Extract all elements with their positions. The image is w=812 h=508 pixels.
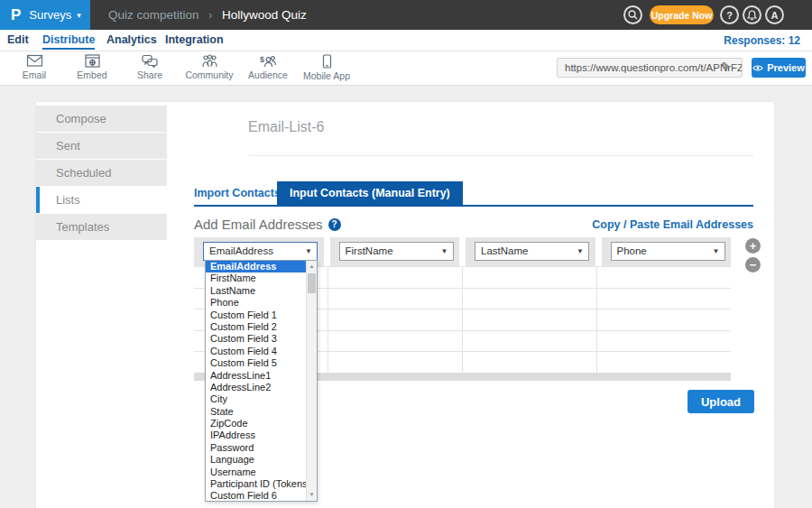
column-select-lastname[interactable]: LastName ▼: [475, 242, 589, 261]
dropdown-option[interactable]: AddressLine1: [206, 370, 306, 382]
community-icon: [201, 54, 218, 68]
email-icon: [26, 54, 43, 68]
sidebar-item-scheduled[interactable]: Scheduled: [36, 160, 167, 186]
nav-item-integration[interactable]: Integration: [165, 30, 224, 50]
bell-icon: [747, 10, 757, 21]
distribute-toolbar: Email Embed Share Community: [0, 51, 812, 86]
toolbar-item-audience[interactable]: $ Audience: [239, 54, 297, 83]
dropdown-option[interactable]: AddressLine2: [206, 382, 306, 393]
dropdown-option[interactable]: Custom Field 2: [206, 321, 306, 333]
dropdown-options: EmailAddress FirstName LastName Phone Cu…: [206, 261, 306, 501]
selected-value: FirstName: [346, 245, 393, 256]
dropdown-option[interactable]: Custom Field 3: [206, 333, 306, 345]
product-switcher[interactable]: P Surveys ▾: [0, 0, 90, 30]
dropdown-option[interactable]: Custom Field 5: [206, 357, 306, 369]
sidebar-item-sent[interactable]: Sent: [36, 133, 167, 159]
notifications-button[interactable]: [743, 5, 761, 24]
contact-cell[interactable]: [462, 289, 596, 309]
dropdown-option[interactable]: FirstName: [206, 272, 306, 284]
scroll-down-icon[interactable]: ▼: [307, 489, 317, 501]
dropdown-option[interactable]: Phone: [206, 297, 306, 309]
sidebar-item-lists[interactable]: Lists: [36, 187, 167, 213]
nav-item-edit[interactable]: Edit: [7, 30, 29, 50]
section-title-text: Add Email Addresses: [194, 217, 323, 232]
toolbar-item-email[interactable]: Email: [5, 54, 63, 83]
contact-cell[interactable]: [462, 352, 596, 373]
responses-count[interactable]: Responses: 12: [724, 30, 800, 51]
column-header-cell: Phone ▼: [595, 237, 732, 266]
chevron-down-icon: ▾: [77, 11, 81, 20]
scrollbar-thumb[interactable]: [308, 273, 316, 293]
tab-underline: [194, 205, 753, 207]
toolbar-item-mobile-app[interactable]: Mobile App: [298, 54, 355, 83]
dropdown-option[interactable]: Custom Field 6: [206, 490, 306, 501]
selected-value: Phone: [617, 245, 647, 256]
contact-cell[interactable]: [462, 267, 596, 288]
dropdown-option[interactable]: LastName: [206, 285, 306, 297]
upgrade-now-button[interactable]: Upgrade Now: [650, 5, 714, 24]
nav-item-analytics[interactable]: Analytics: [106, 30, 157, 50]
contact-cell[interactable]: [462, 309, 596, 330]
copy-paste-email-link[interactable]: Copy / Paste Email Addresses: [592, 218, 753, 231]
dropdown-option[interactable]: City: [206, 393, 306, 405]
dropdown-option[interactable]: Password: [206, 442, 306, 454]
toolbar-item-share[interactable]: Share: [121, 54, 179, 83]
column-header-cell: LastName ▼: [459, 237, 595, 266]
sidebar-item-templates[interactable]: Templates: [36, 214, 167, 240]
dropdown-option[interactable]: Custom Field 1: [206, 309, 306, 321]
survey-url-input[interactable]: https://www.questionpro.com/t/APNrFZ: [557, 58, 743, 78]
contact-cell[interactable]: [596, 352, 731, 373]
dropdown-option[interactable]: Custom Field 4: [206, 346, 306, 357]
add-column-button[interactable]: +: [745, 238, 761, 254]
column-select-firstname[interactable]: FirstName ▼: [339, 242, 454, 261]
contact-cell[interactable]: [328, 331, 462, 352]
dropdown-option[interactable]: Participant ID (Tokens): [206, 478, 306, 490]
dropdown-option[interactable]: Language: [206, 454, 306, 466]
sidebar-item-compose[interactable]: Compose: [36, 106, 167, 132]
toolbar-label: Audience: [248, 69, 288, 80]
preview-button[interactable]: Preview: [752, 58, 806, 78]
survey-nav: Edit Distribute Analytics Integration Re…: [0, 30, 812, 51]
help-badge-icon[interactable]: ?: [328, 218, 341, 231]
scroll-up-icon[interactable]: ▲: [307, 261, 317, 272]
breadcrumb: Quiz competition › Hollywood Quiz: [108, 0, 307, 30]
dropdown-option[interactable]: State: [206, 406, 306, 418]
contact-cell[interactable]: [328, 352, 462, 373]
breadcrumb-parent[interactable]: Quiz competition: [108, 8, 199, 22]
nav-item-distribute[interactable]: Distribute: [42, 30, 95, 50]
upload-button[interactable]: Upload: [687, 390, 754, 413]
dropdown-option[interactable]: ZipCode: [206, 418, 306, 429]
tab-input-contacts-manual[interactable]: Input Contacts (Manual Entry): [277, 181, 463, 206]
column-header-cell: FirstName ▼: [324, 237, 460, 266]
contact-cell[interactable]: [328, 309, 462, 330]
contact-cell[interactable]: [328, 289, 462, 309]
toolbar-item-community[interactable]: Community: [180, 54, 238, 83]
contact-cell[interactable]: [596, 289, 731, 309]
toolbar-label: Email: [23, 69, 46, 80]
list-title: Email-List-6: [248, 119, 324, 135]
product-name: Surveys: [29, 8, 71, 22]
help-button[interactable]: ?: [720, 5, 739, 24]
dropdown-option[interactable]: Username: [206, 466, 306, 478]
toolbar-label: Share: [137, 69, 162, 80]
tab-import-contacts[interactable]: Import Contacts: [194, 182, 281, 205]
remove-column-button[interactable]: −: [745, 257, 761, 272]
selected-value: LastName: [481, 245, 528, 256]
selected-value: EmailAddress: [209, 245, 273, 256]
eye-icon: [752, 64, 763, 72]
dropdown-scrollbar[interactable]: ▲ ▼: [306, 261, 317, 501]
toolbar-item-embed[interactable]: Embed: [63, 54, 121, 83]
contact-cell[interactable]: [328, 267, 462, 288]
account-avatar[interactable]: A: [765, 5, 784, 24]
dropdown-option[interactable]: IPAddress: [206, 429, 306, 441]
contact-cell[interactable]: [596, 267, 731, 288]
edit-url-icon[interactable]: ✎: [721, 60, 731, 73]
search-button[interactable]: [623, 5, 642, 24]
contact-cell[interactable]: [462, 331, 596, 352]
section-title: Add Email Addresses?: [194, 217, 341, 232]
dropdown-option[interactable]: EmailAddress: [206, 261, 306, 272]
contact-cell[interactable]: [596, 331, 731, 352]
column-select-emailaddress[interactable]: EmailAddress ▼: [203, 242, 318, 261]
contact-cell[interactable]: [596, 309, 731, 330]
column-select-phone[interactable]: Phone ▼: [611, 242, 725, 261]
